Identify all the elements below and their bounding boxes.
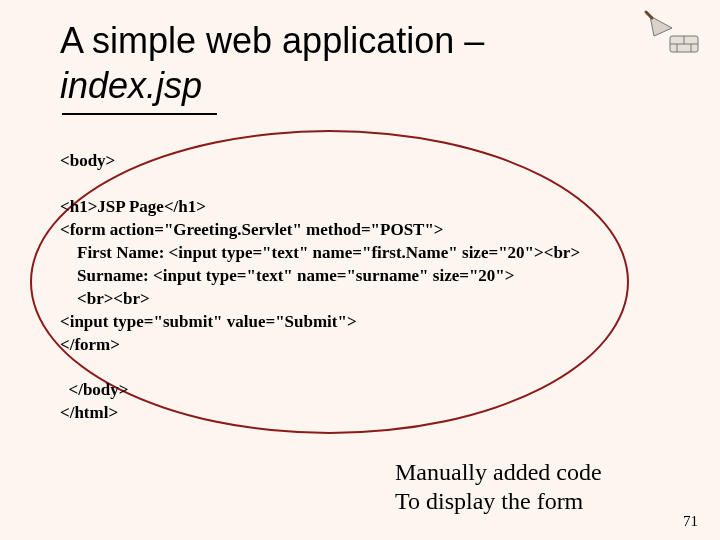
slide: A simple web application – index.jsp <bo… (0, 0, 720, 540)
code-line: Surname: <input type="text" name="surnam… (60, 266, 514, 285)
code-line: </body> (60, 380, 129, 399)
code-line: <form action="Greeting.Servlet" method="… (60, 220, 444, 239)
page-number: 71 (683, 513, 698, 530)
title-line1: A simple web application – (60, 20, 484, 61)
code-line: </html> (60, 403, 118, 422)
code-line: First Name: <input type="text" name="fir… (60, 243, 580, 262)
code-line: </form> (60, 335, 120, 354)
title-line2: index.jsp (60, 65, 202, 106)
title-underline (62, 113, 217, 115)
svg-line-6 (646, 12, 652, 18)
annotation-line1: Manually added code (395, 459, 602, 485)
code-block: <body> <h1>JSP Page</h1> <form action="G… (60, 150, 580, 425)
annotation-line2: To display the form (395, 488, 583, 514)
annotation-text: Manually added code To display the form (395, 458, 602, 516)
svg-marker-5 (650, 16, 672, 36)
slide-title: A simple web application – index.jsp (60, 18, 620, 108)
trowel-brick-icon (642, 8, 702, 58)
code-line: <input type="submit" value="Submit"> (60, 312, 357, 331)
code-line: <h1>JSP Page</h1> (60, 197, 206, 216)
code-line: <body> (60, 151, 115, 170)
code-line: <br><br> (60, 289, 150, 308)
